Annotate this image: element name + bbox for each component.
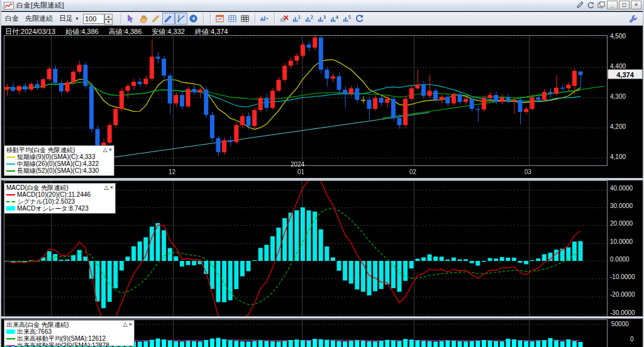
chart-application-window: 白金[先限連続] _ □ × 白金 先限連続 日足 ▼ ▲▼ 12345: [0, 0, 644, 347]
axis-tick-label: 12: [169, 168, 175, 175]
ohlc-info-bar: 日付:2024/03/13 始値:4,386 高値:4,386 安値:4,332…: [5, 27, 606, 35]
svg-text:3: 3: [323, 14, 326, 20]
info-open: 始値:4,386: [65, 27, 99, 35]
duplicate-window-icon[interactable]: [596, 1, 606, 9]
chart-window-tool-icon[interactable]: [214, 13, 226, 25]
svg-text:1: 1: [298, 14, 301, 20]
legend-line-swatch: [6, 163, 15, 165]
axis-tick-label: 4,300: [610, 93, 626, 100]
settings-wrench-icon[interactable]: [626, 13, 639, 25]
volume-legend: 出来高(白金 先限連続)△×出来高:7663出来高移動平均(9)(SMA):12…: [4, 320, 135, 346]
legend-line-swatch: [6, 201, 15, 202]
trend-tool-icon[interactable]: [175, 13, 187, 25]
axis-tick-label: 03: [525, 168, 531, 175]
pencil-tool-icon[interactable]: [150, 13, 162, 25]
axis-tick-label: 0.0000: [610, 256, 630, 263]
legend-collapse-button[interactable]: △: [103, 146, 108, 153]
legend-close-button[interactable]: ×: [129, 321, 132, 328]
legend-item: 出来高移動平均(9)(SMA):12612: [6, 335, 132, 342]
axis-tick-label: 01: [297, 168, 304, 175]
toolbar-separator: [255, 13, 255, 24]
info-date: 日付:2024/03/13: [5, 27, 55, 35]
bar-count-input[interactable]: [83, 14, 104, 24]
legend-line-swatch: [6, 157, 15, 158]
chart-1-tool-icon[interactable]: 1: [291, 13, 303, 25]
panel-splitter[interactable]: [1, 178, 643, 180]
minimize-button[interactable]: _: [607, 1, 618, 9]
chart-3-tool-icon[interactable]: 3: [316, 13, 328, 25]
close-button[interactable]: ×: [631, 1, 641, 9]
legend-line-swatch: [6, 338, 15, 339]
legend-item-label: MACD(10)(20)(C):11.2446: [17, 191, 91, 198]
chevron-down-icon: ▼: [75, 16, 79, 21]
reload-window-icon[interactable]: [586, 1, 595, 9]
axis-tick-label: -20.0000: [610, 291, 635, 298]
legend-item: 長期線(52)(0)(SMA)(C):4,330: [6, 167, 112, 174]
bar-count-stepper[interactable]: ▲▼: [104, 14, 113, 24]
legend-item-label: 長期線(52)(0)(SMA)(C):4,330: [17, 167, 99, 174]
axis-tick-label: -10.0000: [610, 273, 635, 280]
legend-title: MACD(白金 先限連続): [6, 184, 69, 191]
hand-tool-icon[interactable]: [137, 13, 150, 25]
info-close: 終値:4,374: [195, 27, 228, 35]
legend-item-label: MACDオシレータ:8.7423: [17, 205, 89, 212]
refresh-tool-icon[interactable]: [353, 13, 366, 25]
legend-collapse-button[interactable]: △: [123, 321, 128, 328]
axis-tick-label: 20.0000: [610, 220, 633, 227]
axis-tick-label: 4,100: [610, 153, 626, 160]
legend-item: 短期線(9)(0)(SMA)(C):4,333: [6, 153, 112, 160]
delete-chart-tool-icon[interactable]: [278, 13, 291, 25]
macd-legend: MACD(白金 先限連続)△×MACD(10)(20)(C):11.2446シグ…: [4, 183, 116, 214]
axis-tick-label: 30.0000: [610, 202, 633, 209]
toolbar-separator: [274, 13, 275, 24]
legend-item: シグナル(10):2.5023: [6, 198, 113, 205]
legend-title: 出来高(白金 先限連続): [6, 321, 69, 328]
panel-splitter[interactable]: [1, 316, 643, 319]
axis-tick-label: 02: [409, 168, 416, 175]
legend-line-swatch: [6, 329, 15, 334]
toolbar: 白金 先限連続 日足 ▼ ▲▼ 12345: [1, 12, 643, 26]
legend-item-label: 短期線(9)(0)(SMA)(C):4,333: [17, 153, 95, 160]
legend-item: 出来高:7663: [6, 328, 132, 335]
legend-item: 出来高移動平均(26)(SMA):12878: [6, 342, 132, 346]
axis-tick-label: 4,500: [610, 33, 626, 40]
bar-style-tool-icon[interactable]: [258, 13, 271, 25]
legend-item-label: 出来高移動平均(26)(SMA):12878: [17, 342, 109, 346]
axis-tick-label: 0: [630, 336, 634, 343]
axis-tick-label: 4,200: [610, 123, 626, 130]
legend-line-swatch: [6, 194, 15, 196]
legend-line-swatch: [6, 206, 15, 211]
title-bar[interactable]: 白金[先限連続] _ □ ×: [1, 0, 643, 11]
axis-tick-label: -30.0000: [610, 309, 635, 316]
svg-text:5: 5: [348, 14, 352, 20]
axis-tick-label: 10.0000: [610, 238, 633, 245]
legend-close-button[interactable]: ×: [109, 146, 112, 153]
toolbar-separator: [210, 13, 211, 24]
info-high: 高値:4,386: [109, 27, 142, 35]
maximize-button[interactable]: □: [619, 1, 630, 9]
timeframe-dropdown[interactable]: 日足 ▼: [59, 14, 79, 23]
circle-tool-icon[interactable]: [187, 13, 200, 25]
chart-2-tool-icon[interactable]: 2: [303, 13, 316, 25]
toolbar-separator: [203, 13, 204, 24]
legend-line-swatch: [6, 345, 15, 346]
annotate-icon[interactable]: [575, 1, 584, 9]
chart-5-tool-icon[interactable]: 5: [341, 13, 353, 25]
pen-tool-icon[interactable]: [162, 13, 175, 25]
grid-large-tool-icon[interactable]: [239, 13, 252, 25]
chart-4-tool-icon[interactable]: 4: [328, 13, 341, 25]
legend-item-label: 出来高:7663: [17, 328, 52, 335]
cursor-tool-icon[interactable]: [125, 13, 137, 25]
legend-close-button[interactable]: ×: [110, 184, 113, 191]
axis-tick-label: 40.0000: [610, 185, 633, 192]
svg-text:4: 4: [336, 14, 339, 20]
contract-label: 先限連続: [25, 14, 53, 23]
legend-collapse-button[interactable]: △: [104, 184, 109, 191]
legend-item: 中期線(26)(0)(SMA)(C):4,322: [6, 160, 112, 167]
legend-item-label: 中期線(26)(0)(SMA)(C):4,322: [17, 160, 99, 167]
symbol-label: 白金: [5, 14, 19, 23]
legend-item-label: 出来高移動平均(9)(SMA):12612: [17, 335, 106, 342]
info-low: 安値:4,332: [152, 27, 185, 35]
legend-item-label: シグナル(10):2.5023: [17, 198, 75, 205]
grid-small-tool-icon[interactable]: [226, 13, 239, 25]
